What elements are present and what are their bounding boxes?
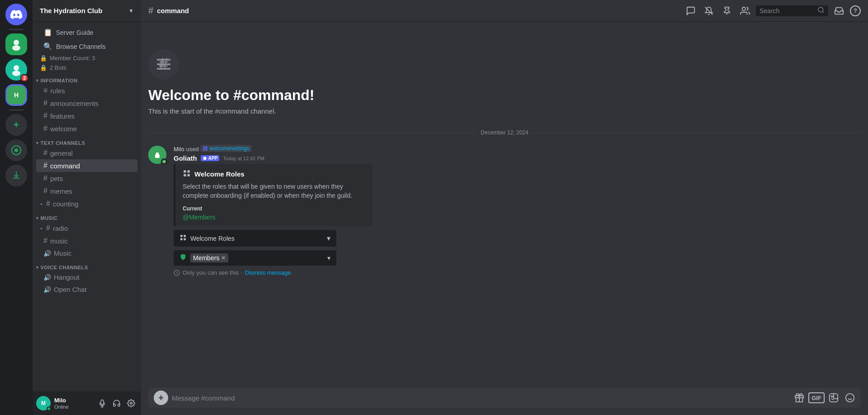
music-section: ▾ MUSIC ▸ # radio # music 🔊 Music bbox=[33, 214, 141, 259]
svg-point-2 bbox=[14, 65, 19, 71]
welcome-desc: This is the start of the #command channe… bbox=[148, 107, 861, 115]
browse-channels-label: Browse Channels bbox=[56, 43, 106, 50]
user-panel: M Milo Online bbox=[33, 391, 141, 415]
topbar-channel-name: command bbox=[157, 7, 189, 14]
search-input[interactable] bbox=[760, 7, 815, 14]
server-header[interactable]: The Hydration Club ▼ bbox=[33, 0, 141, 22]
message-input[interactable] bbox=[172, 390, 788, 406]
svg-point-0 bbox=[14, 40, 19, 45]
channel-announcements[interactable]: # announcements bbox=[36, 97, 137, 110]
voice-channels-category[interactable]: ▾ VOICE CHANNELS bbox=[33, 263, 141, 271]
channel-general[interactable]: # general bbox=[36, 147, 137, 159]
server-divider bbox=[9, 29, 24, 30]
browse-channels-item[interactable]: 🔍 Browse Channels bbox=[36, 39, 137, 53]
channel-features[interactable]: # features bbox=[36, 110, 137, 122]
embed-icon bbox=[183, 169, 191, 179]
channel-music-label: music bbox=[50, 237, 68, 245]
embed-title: Welcome Roles bbox=[183, 169, 365, 179]
threads-button[interactable] bbox=[684, 4, 698, 18]
topbar-channel-info: # command bbox=[148, 5, 189, 16]
speaker-icon-hangout: 🔊 bbox=[43, 274, 51, 281]
visibility-note: Only you can see this · Dismiss message bbox=[174, 269, 861, 276]
remove-members-tag[interactable]: ✕ bbox=[221, 255, 226, 261]
visibility-prefix: Only you can see this · bbox=[183, 269, 242, 276]
download-icon[interactable] bbox=[5, 165, 27, 186]
channel-command-label: command bbox=[50, 162, 80, 170]
music-category[interactable]: ▾ MUSIC bbox=[33, 214, 141, 222]
embed-card: Welcome Roles Select the roles that will… bbox=[174, 164, 373, 226]
welcome-title: Welcome to #command! bbox=[148, 87, 861, 104]
channel-counting-label: counting bbox=[53, 200, 79, 208]
channel-music-voice[interactable]: 🔊 Music bbox=[36, 247, 137, 259]
server-icon-1[interactable] bbox=[5, 33, 27, 55]
dismiss-link[interactable]: Dismiss message bbox=[245, 269, 291, 276]
deafen-button[interactable] bbox=[110, 397, 123, 410]
information-category[interactable]: ▾ INFORMATION bbox=[33, 76, 141, 84]
pin-button[interactable] bbox=[720, 4, 734, 18]
user-avatar: M bbox=[36, 396, 51, 410]
add-attachment-button[interactable]: + bbox=[154, 391, 168, 405]
welcome-roles-chevron: ▾ bbox=[327, 234, 330, 243]
svg-rect-28 bbox=[180, 235, 183, 237]
welcome-roles-dropdown[interactable]: Welcome Roles ▾ bbox=[174, 230, 336, 247]
message-used-by: Milo used welcomesettings bbox=[174, 145, 252, 153]
settings-button[interactable] bbox=[125, 397, 137, 410]
channel-welcome-label: welcome bbox=[50, 125, 77, 133]
svg-rect-22 bbox=[203, 149, 205, 151]
channel-music[interactable]: # music bbox=[36, 234, 137, 247]
channel-memes[interactable]: # memes bbox=[36, 185, 137, 197]
channel-hangout[interactable]: 🔊 Hangout bbox=[36, 271, 137, 283]
search-bar[interactable] bbox=[756, 5, 828, 16]
svg-point-11 bbox=[742, 7, 745, 10]
voice-channels-arrow: ▾ bbox=[36, 265, 39, 270]
channel-rules[interactable]: ≡ rules bbox=[36, 84, 137, 97]
channel-command[interactable]: # command bbox=[36, 159, 137, 172]
server-name: The Hydration Club bbox=[40, 7, 102, 14]
members-button[interactable] bbox=[738, 4, 752, 18]
svg-rect-20 bbox=[203, 147, 205, 148]
lock-icon: 🔒 bbox=[40, 55, 47, 62]
mute-button[interactable] bbox=[96, 397, 108, 410]
member-count-text: Member Count: 3 bbox=[50, 55, 95, 62]
channel-openchat[interactable]: 🔊 Open Chat bbox=[36, 283, 137, 296]
gift-button[interactable] bbox=[792, 391, 807, 405]
welcome-roles-select-label: Welcome Roles bbox=[179, 234, 235, 243]
channel-counting[interactable]: ▸ # counting bbox=[36, 197, 137, 210]
collapse-dot-radio: ▸ bbox=[41, 226, 42, 230]
welcomesettings-link[interactable]: welcomesettings bbox=[200, 146, 252, 153]
channel-welcome: # # Welcome to #command! This is the sta… bbox=[141, 22, 868, 122]
user-status-text: Online bbox=[54, 404, 92, 410]
topbar-hash-icon: # bbox=[148, 5, 153, 16]
channel-pets[interactable]: # pets bbox=[36, 172, 137, 185]
svg-line-13 bbox=[822, 11, 824, 13]
server-icon-2[interactable]: 2 bbox=[5, 59, 27, 81]
channel-welcome[interactable]: # welcome bbox=[36, 122, 137, 135]
server-guide-item[interactable]: 📋 Server Guide bbox=[36, 25, 137, 39]
svg-point-17 bbox=[156, 156, 157, 157]
server-icon-hydration[interactable]: H bbox=[5, 84, 27, 106]
gif-button[interactable]: GIF bbox=[808, 392, 825, 403]
user-controls bbox=[96, 397, 137, 410]
members-tag-label: Members bbox=[193, 254, 219, 262]
emoji-button[interactable] bbox=[843, 391, 857, 405]
channel-music-voice-label: Music bbox=[54, 249, 71, 257]
discord-home-icon[interactable] bbox=[5, 4, 27, 25]
discover-icon[interactable] bbox=[5, 139, 27, 161]
help-button[interactable]: ? bbox=[850, 5, 861, 16]
user-status-indicator bbox=[47, 406, 51, 411]
add-server-icon[interactable]: + bbox=[5, 114, 27, 136]
inbox-button[interactable] bbox=[832, 4, 846, 18]
embed-desc: Select the roles that will be given to n… bbox=[183, 182, 365, 200]
notifications-button[interactable] bbox=[702, 4, 716, 18]
channel-radio[interactable]: ▸ # radio bbox=[36, 222, 137, 234]
topbar-actions: ? bbox=[684, 4, 861, 18]
date-divider-text: December 12, 2024 bbox=[481, 129, 528, 136]
channel-list: 📋 Server Guide 🔍 Browse Channels 🔒 Membe… bbox=[33, 22, 141, 391]
hash-icon-features: # bbox=[43, 112, 47, 120]
text-channels-category[interactable]: ▾ TEXT CHANNELS bbox=[33, 138, 141, 147]
music-label: MUSIC bbox=[41, 215, 58, 221]
members-tag-select[interactable]: Members ✕ ▾ bbox=[174, 250, 336, 266]
sticker-button[interactable] bbox=[826, 391, 841, 405]
message-header-1: Milo used welcomesettings bbox=[174, 145, 861, 153]
svg-point-18 bbox=[158, 156, 159, 157]
